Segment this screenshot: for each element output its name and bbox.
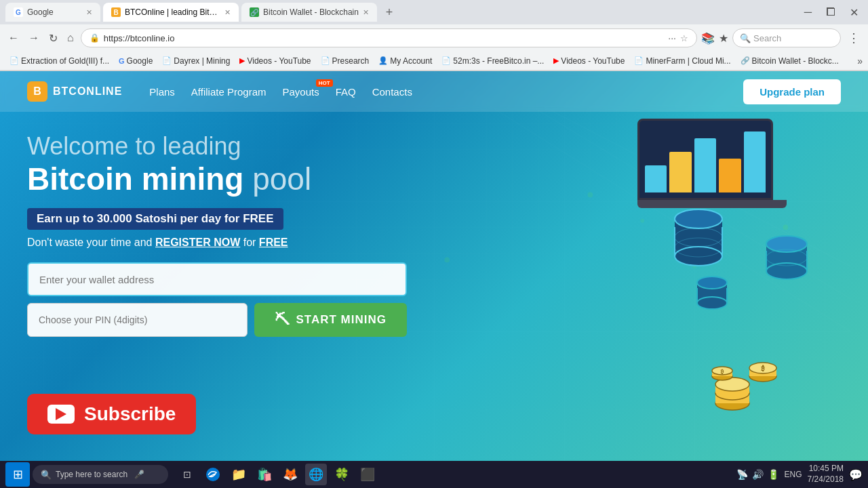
browser-search-box[interactable]: 🔍 Search bbox=[732, 28, 841, 47]
logo-icon: B bbox=[27, 81, 47, 102]
website-wrapper: B BTCONLINE Plans Affiliate Program Payo… bbox=[0, 71, 868, 488]
taskbar-folder[interactable]: 📁 bbox=[228, 464, 250, 485]
bookmark-icon[interactable]: ★ bbox=[719, 32, 728, 45]
hero-subtext: Don't waste your time and REGISTER NOW f… bbox=[27, 237, 841, 249]
back-button[interactable]: ← bbox=[5, 29, 22, 47]
bookmark-presearch[interactable]: 📄 Presearch bbox=[317, 55, 374, 67]
system-language: ENG bbox=[785, 470, 802, 479]
nav-faq[interactable]: FAQ bbox=[336, 86, 356, 98]
youtube-icon bbox=[47, 405, 75, 424]
hero-section: Welcome to leading Bitcoin mining pool E… bbox=[0, 112, 868, 337]
site-nav: B BTCONLINE Plans Affiliate Program Payo… bbox=[0, 71, 868, 112]
free-link[interactable]: FREE bbox=[259, 237, 288, 248]
taskbar-chrome[interactable]: 🌐 bbox=[305, 464, 327, 485]
wallet-address-input[interactable] bbox=[27, 262, 407, 296]
nav-plans[interactable]: Plans bbox=[149, 86, 175, 98]
sys-tray: 📡 🔊 🔋 bbox=[736, 469, 779, 480]
logo-text: BTCONLINE bbox=[53, 85, 122, 98]
bookmark-youtube1[interactable]: ▶ Videos - YouTube bbox=[235, 55, 315, 67]
network-icon[interactable]: 📡 bbox=[736, 469, 748, 480]
reading-list-icon[interactable]: 📚 bbox=[701, 32, 715, 45]
bookmark-youtube2[interactable]: ▶ Videos - YouTube bbox=[549, 55, 629, 67]
bookmarks-more-button[interactable]: » bbox=[857, 56, 863, 66]
start-button[interactable]: ⊞ bbox=[5, 462, 30, 487]
tab-close-blockchain[interactable]: ✕ bbox=[363, 8, 369, 17]
taskbar-task-view[interactable]: ⊡ bbox=[176, 464, 198, 485]
window-controls: ─ ⧠ ✕ bbox=[800, 5, 863, 20]
bookmark-dayrex[interactable]: 📄 Dayrex | Mining bbox=[158, 55, 234, 67]
start-mining-button[interactable]: ⛏ START MINING bbox=[254, 303, 407, 337]
nav-contacts[interactable]: Contacts bbox=[372, 86, 412, 98]
taskbar-store[interactable]: 🛍️ bbox=[254, 464, 275, 485]
website-content: B BTCONLINE Plans Affiliate Program Payo… bbox=[0, 71, 868, 462]
taskbar-icons: ⊡ 📁 🛍️ 🦊 🌐 🍀 ⬛ bbox=[176, 464, 378, 485]
time-display: 10:45 PM bbox=[808, 464, 844, 474]
bookmark-star[interactable]: ☆ bbox=[680, 33, 688, 43]
close-button[interactable]: ✕ bbox=[846, 5, 863, 20]
mining-icon: ⛏ bbox=[275, 311, 290, 329]
home-button[interactable]: ⌂ bbox=[64, 29, 77, 47]
play-triangle bbox=[56, 408, 66, 420]
site-menu: Plans Affiliate Program Payouts FAQ Cont… bbox=[149, 86, 743, 98]
microphone-icon: 🎤 bbox=[134, 470, 144, 479]
new-tab-button[interactable]: + bbox=[380, 3, 399, 22]
title-bar: G Google ✕ B BTCOnline | leading Bitcoin… bbox=[0, 0, 868, 24]
bookmark-freebitcoin[interactable]: 📄 52m:3s - FreeBitco.in –... bbox=[437, 55, 548, 67]
bookmark-myaccount[interactable]: 👤 My Account bbox=[374, 55, 436, 67]
minimize-button[interactable]: ─ bbox=[800, 5, 816, 20]
lock-icon: 🔒 bbox=[90, 33, 100, 43]
notification-icon[interactable]: 💬 bbox=[849, 468, 863, 481]
bookmarks-bar: 📄 Extraction of Gold(III) f... G Google … bbox=[0, 52, 868, 70]
hero-badge: Earn up to 30.000 Satoshi per day for FR… bbox=[27, 208, 283, 230]
taskbar-firefox[interactable]: 🦊 bbox=[279, 464, 301, 485]
maximize-button[interactable]: ⧠ bbox=[821, 5, 840, 20]
tab-google[interactable]: G Google ✕ bbox=[5, 3, 100, 22]
nav-affiliate[interactable]: Affiliate Program bbox=[191, 86, 267, 98]
tab-blockchain[interactable]: 🔗 Bitcoin Wallet - Blockchain ✕ bbox=[241, 3, 377, 22]
date-display: 7/24/2018 bbox=[808, 474, 844, 485]
address-options[interactable]: ··· bbox=[668, 33, 676, 43]
menu-icon[interactable]: ⋮ bbox=[845, 28, 863, 48]
taskbar-right: 📡 🔊 🔋 ENG 10:45 PM 7/24/2018 💬 bbox=[736, 464, 863, 485]
tab-btconline[interactable]: B BTCOnline | leading Bitcoin mi... ✕ bbox=[103, 3, 239, 22]
forward-button[interactable]: → bbox=[26, 29, 42, 47]
taskbar-clover[interactable]: 🍀 bbox=[331, 464, 353, 485]
nav-payouts[interactable]: Payouts bbox=[282, 86, 319, 98]
upgrade-plan-button[interactable]: Upgrade plan bbox=[743, 79, 841, 104]
search-icon: 🔍 bbox=[740, 33, 751, 43]
address-bar[interactable]: 🔒 https://btconline.io ··· ☆ bbox=[81, 28, 697, 47]
hero-title: Bitcoin mining pool bbox=[27, 161, 841, 197]
hero-welcome: Welcome to leading bbox=[27, 132, 841, 161]
taskbar-terminal[interactable]: ⬛ bbox=[357, 464, 378, 485]
refresh-button[interactable]: ↻ bbox=[46, 29, 60, 47]
bookmark-blockchain[interactable]: 🔗 Bitcoin Wallet - Blockc... bbox=[736, 55, 843, 67]
taskbar-search-icon: 🔍 bbox=[41, 470, 52, 480]
bookmark-extraction[interactable]: 📄 Extraction of Gold(III) f... bbox=[5, 55, 113, 67]
register-link[interactable]: REGISTER NOW bbox=[155, 237, 240, 248]
battery-icon[interactable]: 🔋 bbox=[768, 469, 779, 480]
bookmark-minerfarm[interactable]: 📄 MinerFarm | Cloud Mi... bbox=[630, 55, 734, 67]
clock: 10:45 PM 7/24/2018 bbox=[808, 464, 844, 485]
pin-input[interactable] bbox=[27, 303, 248, 337]
taskbar: ⊞ 🔍 Type here to search 🎤 ⊡ 📁 🛍️ 🦊 🌐 🍀 ⬛… bbox=[0, 461, 868, 488]
mining-form: ⛏ START MINING bbox=[27, 262, 407, 337]
site-logo: B BTCONLINE bbox=[27, 81, 122, 102]
nav-bar: ← → ↻ ⌂ 🔒 https://btconline.io ··· ☆ 📚 ★… bbox=[0, 24, 868, 52]
nav-actions: 📚 ★ bbox=[701, 32, 728, 45]
bookmark-google[interactable]: G Google bbox=[115, 55, 157, 67]
tab-close-google[interactable]: ✕ bbox=[86, 8, 92, 17]
subscribe-button[interactable]: Subscribe bbox=[27, 394, 196, 434]
tab-close-btconline[interactable]: ✕ bbox=[224, 8, 231, 17]
taskbar-search-box[interactable]: 🔍 Type here to search 🎤 bbox=[33, 465, 168, 484]
volume-icon[interactable]: 🔊 bbox=[752, 469, 764, 480]
browser-chrome: G Google ✕ B BTCOnline | leading Bitcoin… bbox=[0, 0, 868, 71]
form-row: ⛏ START MINING bbox=[27, 303, 407, 337]
taskbar-edge[interactable] bbox=[202, 464, 224, 485]
